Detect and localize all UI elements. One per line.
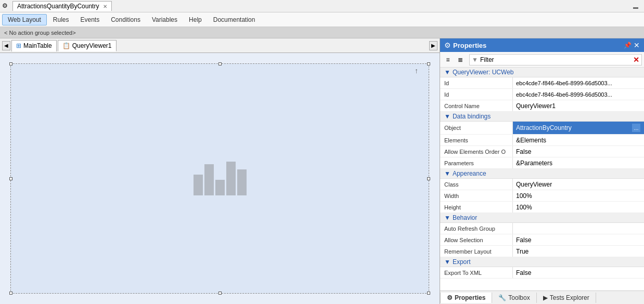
tab-nav-left[interactable]: ◀ [2, 41, 10, 50]
minimize-button[interactable]: 🗕 [632, 2, 642, 11]
properties-body: ▼ QueryViewer: UCWeb Id ebc4cde7-f846-4b… [440, 68, 644, 290]
bottom-tab-bar: ⚙ Properties 🔧 Toolbox ▶ Tests Explorer [440, 290, 644, 304]
prop-row-elements: Elements &Elements [440, 135, 644, 146]
allow-elements-text: False [516, 148, 531, 155]
prop-row-allow-elements: Allow Elements Order O False [440, 146, 644, 157]
tab-query-viewer[interactable]: 📋 QueryViewer1 [58, 40, 117, 51]
prop-row-width: Width 100% [440, 190, 644, 202]
bottom-tab-toolbox[interactable]: 🔧 Toolbox [492, 293, 536, 303]
tab-main-table[interactable]: ⊞ MainTable [11, 40, 57, 51]
export-xml-text: False [516, 269, 531, 276]
pin-button[interactable]: 📌 [624, 42, 632, 49]
handle-tm[interactable] [218, 62, 222, 65]
prop-value-remember-layout[interactable]: True [513, 246, 644, 257]
handle-tl[interactable] [9, 62, 12, 65]
sort-category-button[interactable]: ≣ [455, 54, 466, 65]
properties-toolbar: ≡ ≣ ▼ ✕ [440, 52, 644, 68]
prop-value-class[interactable]: QueryViewer [513, 179, 644, 190]
prop-value-elements[interactable]: &Elements [513, 135, 644, 146]
title-tab[interactable]: AttractionsQuantityByCountry ✕ [12, 1, 112, 11]
menu-bar: Web Layout Rules Events Conditions Varia… [0, 12, 644, 27]
properties-tab-label: Properties [455, 294, 485, 301]
section-export[interactable]: ▼ Export [440, 257, 644, 267]
handle-bm[interactable] [218, 292, 222, 295]
chart-bar-5 [237, 169, 247, 195]
prop-value-height[interactable]: 100% [513, 202, 644, 213]
properties-title: Properties [453, 42, 622, 49]
canvas-area[interactable]: ↑ [0, 53, 440, 304]
menu-variables[interactable]: Variables [147, 15, 183, 25]
prop-value-export-xml[interactable]: False [513, 267, 644, 278]
properties-header: ⚙ Properties 📌 ✕ [440, 38, 644, 52]
section-appearance[interactable]: ▼ Appereance [440, 169, 644, 179]
prop-value-object[interactable]: AttractionByCountry ... [513, 122, 644, 134]
prop-label-allow-elements: Allow Elements Order O [440, 146, 513, 157]
prop-label-control-name: Control Name [440, 100, 513, 111]
menu-documentation[interactable]: Documentation [208, 15, 261, 25]
section-databindings[interactable]: ▼ Data bindings [440, 112, 644, 122]
prop-row-auto-refresh: Auto Refresh Group [440, 223, 644, 234]
section-appearance-label: Appereance [453, 170, 486, 177]
menu-web-layout[interactable]: Web Layout [2, 14, 47, 25]
prop-value-auto-refresh[interactable] [513, 223, 644, 234]
filter-clear-button[interactable]: ✕ [633, 56, 639, 64]
canvas-inner: ↑ [10, 63, 429, 294]
section-collapse-icon: ▼ [444, 69, 450, 76]
handle-bl[interactable] [9, 292, 12, 295]
title-tab-label: AttractionsQuantityByCountry [17, 3, 99, 10]
menu-help[interactable]: Help [184, 15, 207, 25]
id2-text: ebc4cde7-f846-4be6-8999-66d5003... [516, 91, 612, 98]
section-databindings-label: Data bindings [453, 113, 491, 120]
filter-input[interactable] [480, 56, 633, 63]
prop-row-id2: Id ebc4cde7-f846-4be6-8999-66d5003... [440, 89, 644, 100]
section-queryviewer[interactable]: ▼ QueryViewer: UCWeb [440, 68, 644, 77]
tab-nav-right[interactable]: ▶ [429, 41, 437, 50]
section-databindings-collapse-icon: ▼ [444, 113, 450, 120]
handle-tr[interactable] [427, 62, 430, 65]
prop-label-auto-refresh: Auto Refresh Group [440, 223, 513, 234]
prop-label-height: Height [440, 202, 513, 213]
left-panel: ◀ ⊞ MainTable 📋 QueryViewer1 ▶ [0, 38, 440, 304]
table-icon: ⊞ [16, 42, 21, 49]
section-behavior-collapse-icon: ▼ [444, 214, 450, 221]
tab-query-viewer-label: QueryViewer1 [72, 42, 112, 49]
bottom-tab-properties[interactable]: ⚙ Properties [440, 293, 492, 303]
width-text: 100% [516, 192, 532, 200]
prop-value-allow-elements[interactable]: False [513, 146, 644, 157]
prop-value-allow-selection[interactable]: False [513, 234, 644, 245]
height-text: 100% [516, 204, 532, 211]
properties-close-button[interactable]: ✕ [634, 41, 640, 49]
handle-mr[interactable] [427, 177, 430, 180]
prop-row-class: Class QueryViewer [440, 179, 644, 190]
prop-label-allow-selection: Allow Selection [440, 234, 513, 245]
properties-tab-icon: ⚙ [447, 294, 453, 301]
prop-row-parameters: Parameters &Parameters [440, 157, 644, 169]
allow-selection-text: False [516, 236, 531, 244]
menu-conditions[interactable]: Conditions [106, 15, 146, 25]
prop-value-control-name[interactable]: QueryViewer1 [513, 100, 644, 111]
canvas-arrow[interactable]: ↑ [415, 67, 418, 75]
sort-alphabetical-button[interactable]: ≡ [442, 54, 454, 65]
menu-events[interactable]: Events [75, 15, 105, 25]
remember-layout-text: True [516, 248, 529, 255]
bottom-tab-tests[interactable]: ▶ Tests Explorer [537, 293, 596, 303]
prop-value-width[interactable]: 100% [513, 190, 644, 201]
handle-br[interactable] [427, 292, 430, 295]
title-tab-close[interactable]: ✕ [103, 4, 107, 9]
prop-row-remember-layout: Remember Layout True [440, 246, 644, 257]
menu-rules[interactable]: Rules [48, 15, 74, 25]
prop-row-allow-selection: Allow Selection False [440, 234, 644, 246]
prop-label-object: Object [440, 122, 513, 134]
chart-bar-2 [204, 164, 214, 195]
id1-text: ebc4cde7-f846-4be6-8999-66d5003... [516, 80, 612, 86]
prop-label-elements: Elements [440, 135, 513, 146]
prop-label-id2: Id [440, 89, 513, 100]
handle-ml[interactable] [9, 177, 12, 180]
section-behavior[interactable]: ▼ Behavior [440, 213, 644, 223]
prop-value-id2[interactable]: ebc4cde7-f846-4be6-8999-66d5003... [513, 89, 644, 100]
object-browse-button[interactable]: ... [632, 123, 641, 133]
prop-label-id1: Id [440, 77, 513, 88]
prop-value-parameters[interactable]: &Parameters [513, 157, 644, 168]
chart-bar-4 [226, 162, 236, 195]
prop-value-id1[interactable]: ebc4cde7-f846-4be6-8999-66d5003... [513, 77, 644, 88]
